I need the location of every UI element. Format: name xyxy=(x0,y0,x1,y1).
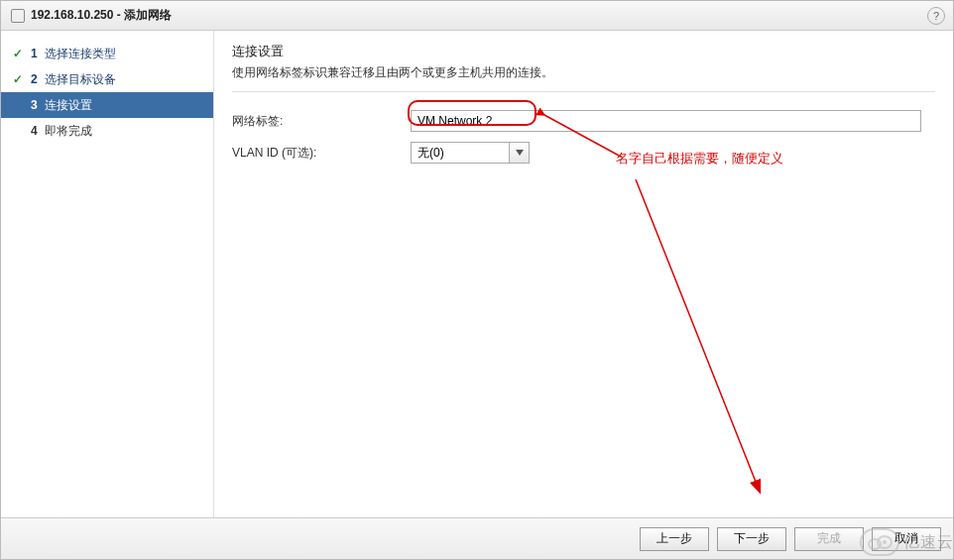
network-label-input[interactable] xyxy=(411,110,921,132)
section-title: 连接设置 xyxy=(232,43,935,60)
step-label: 选择目标设备 xyxy=(45,71,116,88)
main-panel: 连接设置 使用网络标签标识兼容迁移且由两个或更多主机共用的连接。 网络标签: V… xyxy=(214,31,953,517)
finish-button[interactable]: 完成 xyxy=(794,527,864,551)
titlebar: 192.168.10.250 - 添加网络 ? xyxy=(1,1,953,31)
step-4[interactable]: ✓ 4 即将完成 xyxy=(1,118,213,144)
step-label: 即将完成 xyxy=(45,123,92,140)
dialog-window: 192.168.10.250 - 添加网络 ? ✓ 1 选择连接类型 ✓ 2 选… xyxy=(0,0,954,560)
chevron-down-icon xyxy=(509,143,529,163)
window-title: 192.168.10.250 - 添加网络 xyxy=(31,7,172,24)
vlan-selected-value: 无(0) xyxy=(412,145,509,162)
step-number: 3 xyxy=(31,98,45,112)
step-2[interactable]: ✓ 2 选择目标设备 xyxy=(1,66,213,92)
vlan-select[interactable]: 无(0) xyxy=(411,142,530,164)
section-description: 使用网络标签标识兼容迁移且由两个或更多主机共用的连接。 xyxy=(232,64,935,81)
step-label: 连接设置 xyxy=(45,97,92,114)
cancel-button[interactable]: 取消 xyxy=(872,527,941,551)
check-icon: ✓ xyxy=(13,47,27,60)
network-label-text: 网络标签: xyxy=(232,113,411,130)
annotation-text: 名字自己根据需要，随便定义 xyxy=(616,150,783,168)
vlan-label-text: VLAN ID (可选): xyxy=(232,145,411,162)
step-number: 2 xyxy=(31,72,45,86)
divider xyxy=(232,91,935,92)
annotation-arrow-2 xyxy=(631,174,809,502)
help-button[interactable]: ? xyxy=(927,7,945,25)
dialog-body: ✓ 1 选择连接类型 ✓ 2 选择目标设备 ✓ 3 连接设置 ✓ 4 即将完成 … xyxy=(1,31,953,517)
check-icon: ✓ xyxy=(13,72,27,86)
step-3[interactable]: ✓ 3 连接设置 xyxy=(1,92,213,118)
step-label: 选择连接类型 xyxy=(45,46,116,62)
svg-line-1 xyxy=(636,179,760,492)
device-icon xyxy=(11,9,25,23)
row-vlan-id: VLAN ID (可选): 无(0) xyxy=(232,142,935,164)
next-button[interactable]: 下一步 xyxy=(717,527,786,551)
back-button[interactable]: 上一步 xyxy=(640,527,709,551)
footer: 上一步 下一步 完成 取消 xyxy=(1,517,953,559)
row-network-label: 网络标签: xyxy=(232,110,935,132)
step-number: 4 xyxy=(31,124,45,138)
wizard-sidebar: ✓ 1 选择连接类型 ✓ 2 选择目标设备 ✓ 3 连接设置 ✓ 4 即将完成 xyxy=(1,31,214,517)
step-1[interactable]: ✓ 1 选择连接类型 xyxy=(1,41,213,66)
step-number: 1 xyxy=(31,47,45,60)
